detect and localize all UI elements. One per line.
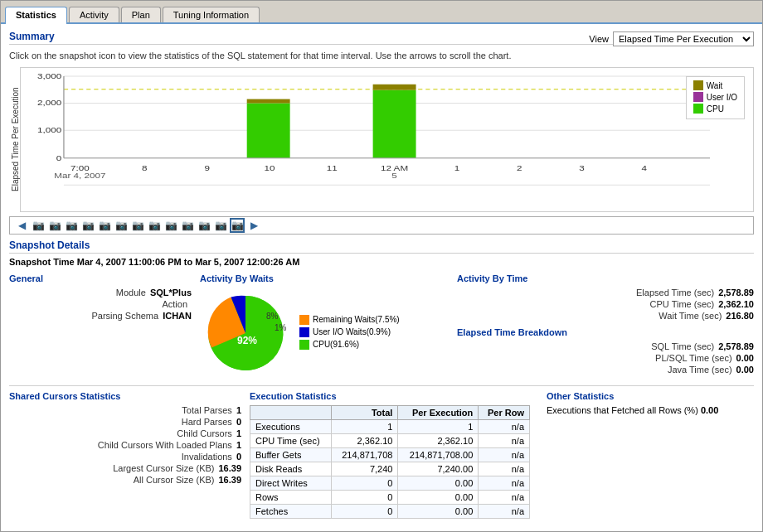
- svg-text:2: 2: [517, 164, 522, 172]
- activity-time-header: Activity By Time: [457, 273, 754, 283]
- shared-cursors-header: Shared Cursors Statistics: [9, 391, 241, 401]
- exec-row-rows: Rows 0 0.00 n/a: [250, 491, 530, 505]
- view-select[interactable]: Elapsed Time Per Execution CPU Time Per …: [613, 31, 754, 46]
- section-divider: [9, 385, 754, 386]
- legend-wait-color: [693, 80, 703, 90]
- shared-total-parses-label: Total Parses: [182, 405, 232, 415]
- other-fetched-all-label: Executions that Fetched all Rows (%): [547, 405, 698, 415]
- svg-rect-23: [247, 99, 290, 104]
- content-area: Summary View Elapsed Time Per Execution …: [1, 24, 762, 531]
- activity-row-elapsed: Elapsed Time (sec) 2,578.89: [457, 288, 754, 297]
- shared-child-loaded-value: 1: [236, 440, 241, 450]
- chart-legend: Wait User I/O CPU: [686, 76, 745, 119]
- snapshot-icon-11[interactable]: 📷: [197, 218, 211, 233]
- pie-legend-remaining: Remaining Waits(7.5%): [299, 315, 400, 325]
- svg-rect-22: [247, 104, 290, 158]
- other-stats-header: Other Statistics: [547, 391, 754, 401]
- pie-legend-userio-label: User I/O Waits(0.9%): [313, 327, 391, 336]
- pie-legend-cpu-color: [299, 340, 309, 350]
- exec-row-buffer: Buffer Gets 214,871,708 214,871,708.00 n…: [250, 448, 530, 462]
- svg-text:92%: 92%: [237, 335, 257, 346]
- svg-text:4: 4: [642, 164, 648, 172]
- exec-buffer-per-row: n/a: [479, 448, 530, 462]
- svg-text:12 AM: 12 AM: [381, 164, 408, 172]
- shared-hard-parses-label: Hard Parses: [182, 417, 232, 427]
- general-section: General Module SQL*Plus Action Parsing S…: [9, 273, 192, 379]
- general-row-module: Module SQL*Plus: [9, 288, 192, 297]
- shared-all-cursor-label: All Cursor Size (KB): [134, 475, 215, 485]
- snapshot-icon-1[interactable]: 📷: [31, 218, 46, 233]
- tab-statistics[interactable]: Statistics: [5, 7, 67, 24]
- snapshot-time: Snapshot Time Mar 4, 2007 11:00:06 PM to…: [9, 257, 754, 267]
- snapshot-icon-3[interactable]: 📷: [64, 218, 79, 233]
- svg-text:9: 9: [204, 164, 210, 172]
- execution-stats-table: Total Per Execution Per Row Executions 1…: [250, 405, 530, 519]
- snapshot-icon-8[interactable]: 📷: [147, 218, 162, 233]
- scroll-right-icon[interactable]: ▶: [246, 218, 261, 233]
- execution-stats-header: Execution Statistics: [250, 391, 530, 401]
- tab-plan[interactable]: Plan: [121, 7, 161, 22]
- activity-waits-header: Activity By Waits: [200, 273, 449, 283]
- exec-fetches-total: 0: [332, 505, 398, 519]
- exec-rows-per-exec: 0.00: [398, 491, 479, 505]
- exec-rows-total: 0: [332, 491, 398, 505]
- shared-row-all-cursor: All Cursor Size (KB) 16.39: [9, 475, 241, 485]
- exec-disk-name: Disk Reads: [250, 462, 332, 476]
- snapshot-icon-selected[interactable]: 📷: [230, 218, 245, 233]
- exec-direct-total: 0: [332, 476, 398, 491]
- three-col-section: General Module SQL*Plus Action Parsing S…: [9, 273, 754, 379]
- snapshot-icons-row: ◀ 📷 📷 📷 📷 📷 📷 📷 📷 📷 📷 📷 📷 📷 ▶: [9, 216, 754, 235]
- shared-total-parses-value: 1: [236, 405, 241, 415]
- snapshot-icon-4[interactable]: 📷: [80, 218, 95, 233]
- tab-tuning-information[interactable]: Tuning Information: [163, 7, 260, 22]
- exec-cpu-per-exec: 2,362.10: [398, 434, 479, 448]
- breakdown-row-plsql: PL/SQL Time (sec) 0.00: [457, 353, 754, 363]
- general-schema-label: Parsing Schema: [91, 311, 158, 321]
- snapshot-icon-2[interactable]: 📷: [47, 218, 62, 233]
- exec-disk-per-row: n/a: [479, 462, 530, 476]
- pie-legend-remaining-label: Remaining Waits(7.5%): [313, 315, 400, 324]
- chart-y-label: Elapsed Time Per Execution: [9, 67, 20, 212]
- snapshot-icon-12[interactable]: 📷: [213, 218, 228, 233]
- legend-cpu-label: CPU: [707, 104, 724, 114]
- activity-elapsed-value: 2,578.89: [718, 288, 754, 297]
- breakdown-row-java: Java Time (sec) 0.00: [457, 365, 754, 375]
- exec-col-name: [250, 406, 332, 420]
- shared-cursors-table: Total Parses 1 Hard Parses 0 Child Curso…: [9, 405, 241, 485]
- svg-text:1: 1: [454, 164, 460, 172]
- general-module-value: SQL*Plus: [150, 288, 192, 297]
- snapshot-icon-9[interactable]: 📷: [163, 218, 178, 233]
- snapshot-details-header: Snapshot Details: [9, 239, 754, 254]
- general-action-label: Action: [162, 299, 187, 309]
- shared-child-cursors-value: 1: [236, 428, 241, 438]
- breakdown-java-label: Java Time (sec): [668, 365, 732, 375]
- exec-buffer-per-exec: 214,871,708.00: [398, 448, 479, 462]
- snapshot-icon-10[interactable]: 📷: [180, 218, 195, 233]
- execution-stats-section: Execution Statistics Total Per Execution…: [250, 391, 530, 519]
- scroll-left-icon[interactable]: ◀: [14, 218, 29, 233]
- exec-buffer-name: Buffer Gets: [250, 448, 332, 462]
- breakdown-row-sql: SQL Time (sec) 2,578.89: [457, 341, 754, 351]
- svg-text:2,000: 2,000: [37, 99, 61, 107]
- svg-text:8%: 8%: [266, 312, 279, 321]
- snapshot-icon-7[interactable]: 📷: [130, 218, 145, 233]
- breakdown-plsql-label: PL/SQL Time (sec): [655, 353, 732, 363]
- exec-col-total: Total: [332, 406, 398, 420]
- shared-largest-cursor-value: 16.39: [218, 463, 241, 473]
- exec-fetches-per-row: n/a: [479, 505, 530, 519]
- exec-col-per-row: Per Row: [479, 406, 530, 420]
- breakdown-sql-label: SQL Time (sec): [651, 341, 714, 351]
- exec-rows-name: Rows: [250, 491, 332, 505]
- shared-row-total-parses: Total Parses 1: [9, 405, 241, 415]
- snapshot-time-label: Snapshot Time: [9, 257, 75, 267]
- svg-text:5: 5: [391, 172, 397, 180]
- other-stats-section: Other Statistics Executions that Fetched…: [538, 391, 754, 519]
- general-module-label: Module: [116, 288, 146, 297]
- chart-svg: 3,000 2,000 1,000 0 7:00 Mar 4, 2007 8 9…: [21, 68, 753, 211]
- pie-container: 8% 1% 92% Remaining Waits(7.5%) User I/O…: [200, 288, 449, 379]
- tab-activity[interactable]: Activity: [69, 7, 119, 22]
- exec-executions-name: Executions: [250, 420, 332, 434]
- snapshot-icon-6[interactable]: 📷: [114, 218, 129, 233]
- chart-inner: 3,000 2,000 1,000 0 7:00 Mar 4, 2007 8 9…: [20, 67, 754, 212]
- snapshot-icon-5[interactable]: 📷: [97, 218, 112, 233]
